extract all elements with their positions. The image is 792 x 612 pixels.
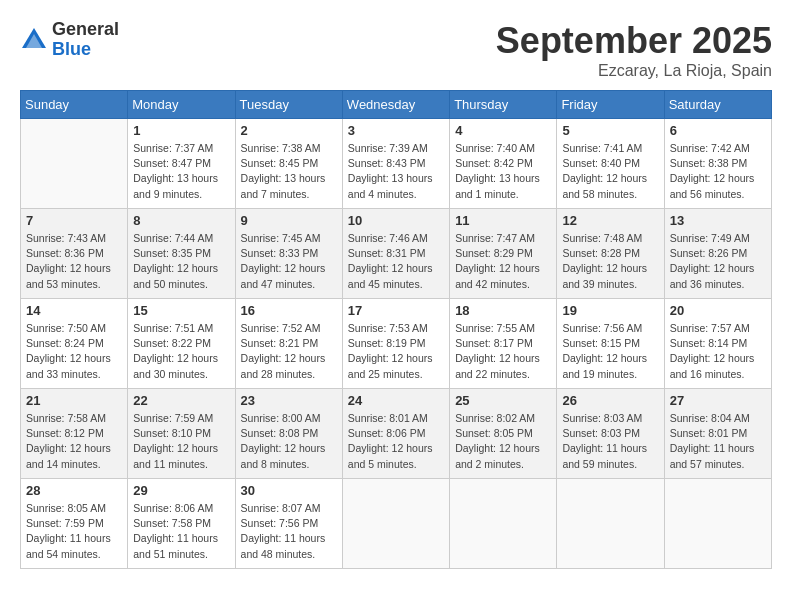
day-info: Sunrise: 7:58 AM Sunset: 8:12 PM Dayligh… (26, 411, 122, 472)
logo-blue: Blue (52, 40, 119, 60)
day-info: Sunrise: 7:52 AM Sunset: 8:21 PM Dayligh… (241, 321, 337, 382)
calendar-cell: 1Sunrise: 7:37 AM Sunset: 8:47 PM Daylig… (128, 119, 235, 209)
calendar-header: Sunday Monday Tuesday Wednesday Thursday… (21, 91, 772, 119)
calendar-cell: 29Sunrise: 8:06 AM Sunset: 7:58 PM Dayli… (128, 479, 235, 569)
header-wednesday: Wednesday (342, 91, 449, 119)
logo: General Blue (20, 20, 119, 60)
header-friday: Friday (557, 91, 664, 119)
day-info: Sunrise: 7:49 AM Sunset: 8:26 PM Dayligh… (670, 231, 766, 292)
calendar-cell (21, 119, 128, 209)
day-info: Sunrise: 7:56 AM Sunset: 8:15 PM Dayligh… (562, 321, 658, 382)
day-number: 3 (348, 123, 444, 138)
day-number: 8 (133, 213, 229, 228)
calendar-cell: 6Sunrise: 7:42 AM Sunset: 8:38 PM Daylig… (664, 119, 771, 209)
day-info: Sunrise: 7:57 AM Sunset: 8:14 PM Dayligh… (670, 321, 766, 382)
calendar-cell (342, 479, 449, 569)
day-info: Sunrise: 8:06 AM Sunset: 7:58 PM Dayligh… (133, 501, 229, 562)
calendar-cell: 5Sunrise: 7:41 AM Sunset: 8:40 PM Daylig… (557, 119, 664, 209)
day-info: Sunrise: 8:07 AM Sunset: 7:56 PM Dayligh… (241, 501, 337, 562)
day-number: 19 (562, 303, 658, 318)
day-info: Sunrise: 7:45 AM Sunset: 8:33 PM Dayligh… (241, 231, 337, 292)
page-header: General Blue September 2025 Ezcaray, La … (20, 20, 772, 80)
day-info: Sunrise: 7:48 AM Sunset: 8:28 PM Dayligh… (562, 231, 658, 292)
header-monday: Monday (128, 91, 235, 119)
calendar-cell: 24Sunrise: 8:01 AM Sunset: 8:06 PM Dayli… (342, 389, 449, 479)
logo-general: General (52, 20, 119, 40)
day-info: Sunrise: 8:02 AM Sunset: 8:05 PM Dayligh… (455, 411, 551, 472)
header-tuesday: Tuesday (235, 91, 342, 119)
day-info: Sunrise: 7:42 AM Sunset: 8:38 PM Dayligh… (670, 141, 766, 202)
day-number: 2 (241, 123, 337, 138)
day-number: 13 (670, 213, 766, 228)
day-info: Sunrise: 7:41 AM Sunset: 8:40 PM Dayligh… (562, 141, 658, 202)
calendar-body: 1Sunrise: 7:37 AM Sunset: 8:47 PM Daylig… (21, 119, 772, 569)
calendar-cell: 26Sunrise: 8:03 AM Sunset: 8:03 PM Dayli… (557, 389, 664, 479)
day-number: 28 (26, 483, 122, 498)
calendar-cell: 4Sunrise: 7:40 AM Sunset: 8:42 PM Daylig… (450, 119, 557, 209)
day-number: 7 (26, 213, 122, 228)
day-info: Sunrise: 7:37 AM Sunset: 8:47 PM Dayligh… (133, 141, 229, 202)
day-number: 30 (241, 483, 337, 498)
calendar-cell: 10Sunrise: 7:46 AM Sunset: 8:31 PM Dayli… (342, 209, 449, 299)
day-number: 10 (348, 213, 444, 228)
title-block: September 2025 Ezcaray, La Rioja, Spain (496, 20, 772, 80)
day-info: Sunrise: 8:01 AM Sunset: 8:06 PM Dayligh… (348, 411, 444, 472)
calendar-cell (557, 479, 664, 569)
calendar-cell: 23Sunrise: 8:00 AM Sunset: 8:08 PM Dayli… (235, 389, 342, 479)
calendar-cell: 17Sunrise: 7:53 AM Sunset: 8:19 PM Dayli… (342, 299, 449, 389)
day-info: Sunrise: 7:53 AM Sunset: 8:19 PM Dayligh… (348, 321, 444, 382)
calendar-cell: 2Sunrise: 7:38 AM Sunset: 8:45 PM Daylig… (235, 119, 342, 209)
header-sunday: Sunday (21, 91, 128, 119)
day-number: 22 (133, 393, 229, 408)
day-info: Sunrise: 8:04 AM Sunset: 8:01 PM Dayligh… (670, 411, 766, 472)
day-number: 17 (348, 303, 444, 318)
calendar-cell: 25Sunrise: 8:02 AM Sunset: 8:05 PM Dayli… (450, 389, 557, 479)
day-number: 9 (241, 213, 337, 228)
calendar-cell: 15Sunrise: 7:51 AM Sunset: 8:22 PM Dayli… (128, 299, 235, 389)
day-info: Sunrise: 7:38 AM Sunset: 8:45 PM Dayligh… (241, 141, 337, 202)
calendar-cell: 28Sunrise: 8:05 AM Sunset: 7:59 PM Dayli… (21, 479, 128, 569)
calendar-cell: 11Sunrise: 7:47 AM Sunset: 8:29 PM Dayli… (450, 209, 557, 299)
location: Ezcaray, La Rioja, Spain (496, 62, 772, 80)
day-number: 25 (455, 393, 551, 408)
calendar-cell: 12Sunrise: 7:48 AM Sunset: 8:28 PM Dayli… (557, 209, 664, 299)
day-number: 15 (133, 303, 229, 318)
header-row: Sunday Monday Tuesday Wednesday Thursday… (21, 91, 772, 119)
calendar-cell: 21Sunrise: 7:58 AM Sunset: 8:12 PM Dayli… (21, 389, 128, 479)
day-number: 4 (455, 123, 551, 138)
day-info: Sunrise: 7:43 AM Sunset: 8:36 PM Dayligh… (26, 231, 122, 292)
calendar-cell: 8Sunrise: 7:44 AM Sunset: 8:35 PM Daylig… (128, 209, 235, 299)
day-number: 5 (562, 123, 658, 138)
day-info: Sunrise: 7:46 AM Sunset: 8:31 PM Dayligh… (348, 231, 444, 292)
calendar-cell: 30Sunrise: 8:07 AM Sunset: 7:56 PM Dayli… (235, 479, 342, 569)
day-number: 26 (562, 393, 658, 408)
calendar-cell (664, 479, 771, 569)
calendar-cell: 7Sunrise: 7:43 AM Sunset: 8:36 PM Daylig… (21, 209, 128, 299)
calendar-cell: 18Sunrise: 7:55 AM Sunset: 8:17 PM Dayli… (450, 299, 557, 389)
day-info: Sunrise: 7:44 AM Sunset: 8:35 PM Dayligh… (133, 231, 229, 292)
day-number: 16 (241, 303, 337, 318)
day-number: 29 (133, 483, 229, 498)
day-number: 24 (348, 393, 444, 408)
calendar-cell: 3Sunrise: 7:39 AM Sunset: 8:43 PM Daylig… (342, 119, 449, 209)
calendar-table: Sunday Monday Tuesday Wednesday Thursday… (20, 90, 772, 569)
day-info: Sunrise: 7:51 AM Sunset: 8:22 PM Dayligh… (133, 321, 229, 382)
day-info: Sunrise: 8:00 AM Sunset: 8:08 PM Dayligh… (241, 411, 337, 472)
day-number: 1 (133, 123, 229, 138)
calendar-cell: 16Sunrise: 7:52 AM Sunset: 8:21 PM Dayli… (235, 299, 342, 389)
calendar-cell: 19Sunrise: 7:56 AM Sunset: 8:15 PM Dayli… (557, 299, 664, 389)
calendar-cell: 20Sunrise: 7:57 AM Sunset: 8:14 PM Dayli… (664, 299, 771, 389)
day-info: Sunrise: 8:03 AM Sunset: 8:03 PM Dayligh… (562, 411, 658, 472)
day-number: 14 (26, 303, 122, 318)
day-number: 12 (562, 213, 658, 228)
day-info: Sunrise: 7:55 AM Sunset: 8:17 PM Dayligh… (455, 321, 551, 382)
header-thursday: Thursday (450, 91, 557, 119)
calendar-cell: 13Sunrise: 7:49 AM Sunset: 8:26 PM Dayli… (664, 209, 771, 299)
calendar-cell (450, 479, 557, 569)
day-info: Sunrise: 8:05 AM Sunset: 7:59 PM Dayligh… (26, 501, 122, 562)
day-info: Sunrise: 7:40 AM Sunset: 8:42 PM Dayligh… (455, 141, 551, 202)
day-number: 6 (670, 123, 766, 138)
day-info: Sunrise: 7:39 AM Sunset: 8:43 PM Dayligh… (348, 141, 444, 202)
logo-text: General Blue (52, 20, 119, 60)
calendar-cell: 27Sunrise: 8:04 AM Sunset: 8:01 PM Dayli… (664, 389, 771, 479)
